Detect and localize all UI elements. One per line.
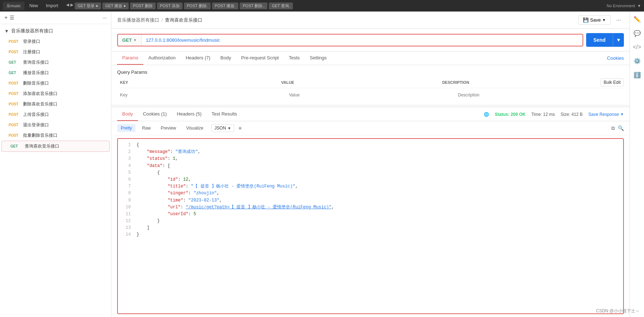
tab-prerequest[interactable]: Pre-request Script (236, 51, 284, 65)
send-button[interactable]: Send ▼ (586, 33, 624, 47)
code-line: 8 "singer": "zhoujin", (124, 190, 617, 197)
url-input[interactable] (142, 35, 583, 46)
tab-body[interactable]: Body (215, 51, 236, 65)
wrap-button[interactable]: ≡ (239, 125, 242, 131)
response-tab-cookies[interactable]: Cookies (1) (138, 108, 172, 121)
response-section: Body Cookies (1) Headers (5) Test Result… (111, 108, 630, 317)
code-tab-raw[interactable]: Raw (138, 124, 154, 132)
top-bar-new[interactable]: New (27, 3, 41, 8)
sidebar-item-播放音乐接口[interactable]: GET播放音乐接口 (0, 68, 111, 78)
code-tab-preview[interactable]: Preview (157, 124, 180, 132)
item-name: 删除喜欢音乐接口 (23, 101, 58, 107)
item-name: 登录接口 (23, 39, 40, 45)
list-icon[interactable]: ☰ (10, 15, 14, 21)
sidebar-item-上传音乐接口[interactable]: POST上传音乐接口 (0, 109, 111, 120)
value-input-cell (286, 90, 455, 100)
top-bar-import[interactable]: Import (43, 3, 61, 8)
sidebar-collection: ▼ 音乐播放器所有接口 POST登录接口POST注册接口GET查询音乐接口GET… (0, 24, 111, 153)
top-tab-api3[interactable]: POST 删除 (130, 3, 156, 9)
format-select[interactable]: JSON ▼ (211, 124, 234, 132)
search-icon[interactable]: 🔍 (618, 125, 624, 131)
response-tab-body[interactable]: Body (117, 108, 138, 121)
top-tab-api2[interactable]: GET 播放 ● (102, 3, 129, 9)
method-badge: GET (9, 71, 21, 75)
method-badge: POST (9, 133, 21, 137)
more-actions-button[interactable]: ··· (613, 15, 624, 25)
send-dropdown-icon[interactable]: ▼ (613, 33, 624, 47)
sidebar-item-删除音乐接口[interactable]: POST删除音乐接口 (0, 78, 111, 89)
method-badge: POST (9, 40, 21, 44)
request-tabs-bar: Params Authorization Headers (7) Body Pr… (111, 51, 630, 65)
add-icon[interactable]: + (4, 14, 8, 21)
tab-headers[interactable]: Headers (7) (181, 51, 216, 65)
sidebar-item-注册接口[interactable]: POST注册接口 (0, 47, 111, 57)
breadcrumb-current: 查询喜欢音乐接口 (165, 17, 202, 23)
code-line: 7 "title": "【 提音 】杨小壮 - 爱情堡垒(RuiFeng Mus… (124, 183, 617, 190)
top-tab-api5[interactable]: POST 删除. (184, 3, 211, 9)
edit-icon[interactable]: ✏️ (632, 14, 642, 24)
code-tab-visualize[interactable]: Visualize (183, 124, 207, 132)
tab-authorization[interactable]: Authorization (143, 51, 181, 65)
code-line: 1{ (124, 142, 617, 149)
sidebar-item-删除喜欢音乐接口[interactable]: POST删除喜欢音乐接口 (0, 99, 111, 109)
code-body: 1{2 "message": "查询成功",3 "status": 1,4 "d… (117, 138, 624, 314)
collection-title: 音乐播放器所有接口 (11, 28, 53, 34)
value-input[interactable] (289, 92, 452, 98)
chat-icon[interactable]: 💬 (632, 28, 642, 38)
more-icon[interactable]: ··· (102, 15, 107, 21)
response-tab-test-results[interactable]: Test Results (207, 108, 242, 121)
code-tab-pretty[interactable]: Pretty (117, 124, 135, 132)
collection-header[interactable]: ▼ 音乐播放器所有接口 (0, 26, 111, 36)
item-name: 查询音乐接口 (23, 59, 49, 65)
header-actions: 💾 Save ▼ ··· (578, 15, 624, 25)
settings-icon[interactable]: ⚙️ (632, 56, 642, 66)
method-select[interactable]: GET ▼ (118, 35, 142, 46)
top-tab-api4[interactable]: POST 添加 (157, 3, 183, 9)
top-tab-api7[interactable]: POST 删除.. (240, 3, 267, 9)
col-description: DESCRIPTION (439, 80, 600, 85)
item-name: 注册接口 (23, 49, 40, 55)
tab-tests[interactable]: Tests (284, 51, 305, 65)
env-dropdown-icon[interactable]: ▼ (637, 4, 641, 8)
code-line: 3 "status": 1, (124, 155, 617, 162)
sidebar-item-添加喜欢音乐接口[interactable]: POST添加喜欢音乐接口 (0, 89, 111, 99)
chevron-down-icon: ▼ (4, 28, 9, 34)
response-size: Size: 412 B (561, 112, 583, 117)
key-input[interactable] (120, 92, 283, 98)
save-response-button[interactable]: Save Response ▼ (588, 112, 624, 117)
url-bar-inner: GET ▼ (117, 34, 583, 46)
sidebar-item-查询喜欢音乐接口[interactable]: GET查询喜欢音乐接口 (1, 141, 110, 152)
method-badge: POST (9, 92, 21, 96)
item-name: 删除音乐接口 (23, 80, 49, 86)
description-input-cell (455, 90, 624, 100)
query-params-title: Query Params (117, 69, 624, 75)
top-tab-api6[interactable]: POST 播放. (212, 3, 239, 9)
response-tabs-bar: Body Cookies (1) Headers (5) Test Result… (111, 108, 630, 121)
sidebar-item-登录接口[interactable]: POST登录接口 (0, 36, 111, 47)
code-icon[interactable]: </> (631, 42, 643, 52)
top-tab-api8[interactable]: GET 查询. (269, 3, 293, 9)
top-bar-tab-space[interactable]: 乐music (3, 2, 24, 10)
code-line: 4 "data": [ (124, 163, 617, 169)
description-input[interactable] (458, 92, 621, 98)
bulk-edit-button[interactable]: Bulk Edit (601, 78, 624, 86)
tab-params[interactable]: Params (117, 51, 143, 65)
sidebar-item-退出登录接口[interactable]: POST退出登录接口 (0, 120, 111, 130)
item-name: 上传音乐接口 (23, 112, 49, 118)
save-button[interactable]: 💾 Save ▼ (578, 15, 611, 25)
watermark: CSDN @小小怪下士～ (596, 308, 640, 314)
item-name: 批量删除音乐接口 (23, 132, 58, 139)
sidebar-items-container: POST登录接口POST注册接口GET查询音乐接口GET播放音乐接口POST删除… (0, 36, 111, 152)
key-input-cell (117, 90, 286, 100)
tab-settings[interactable]: Settings (305, 51, 332, 65)
sidebar-item-批量删除音乐接口[interactable]: POST批量删除音乐接口 (0, 130, 111, 141)
copy-icon[interactable]: ⧉ (611, 125, 615, 131)
cookies-link[interactable]: Cookies (607, 55, 624, 61)
response-status: 🌐 Status: 200 OK Time: 12 ms Size: 412 B… (484, 112, 624, 117)
breadcrumb: 音乐播放器所有接口 / 查询喜欢音乐接口 (117, 17, 575, 23)
method-badge: POST (9, 102, 21, 106)
top-tab-api1[interactable]: GET 登录 ● (75, 3, 101, 9)
sidebar-item-查询音乐接口[interactable]: GET查询音乐接口 (0, 57, 111, 68)
response-tab-headers[interactable]: Headers (5) (172, 108, 207, 121)
info-icon[interactable]: ℹ️ (632, 70, 642, 80)
